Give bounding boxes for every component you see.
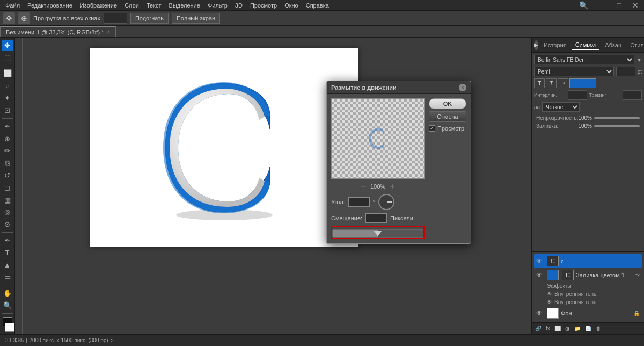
canvas-area: Размытие в движении × bbox=[15, 38, 531, 334]
font-name-select[interactable]: Berlin Sans FB Demi bbox=[534, 55, 634, 64]
layer-style-icon[interactable]: fx bbox=[546, 326, 550, 331]
text-color-swatch[interactable] bbox=[569, 78, 596, 88]
artboard-tool[interactable]: ⬚ bbox=[2, 52, 13, 63]
menu-item-text[interactable]: Текст bbox=[143, 1, 165, 10]
offset-input[interactable]: 264 bbox=[365, 213, 387, 223]
clone-tool[interactable]: ⎘ bbox=[2, 157, 13, 169]
zoom-tool[interactable]: 🔍 bbox=[2, 300, 13, 311]
effects-text: Эффекты bbox=[547, 283, 571, 289]
menu-item-edit[interactable]: Редактирование bbox=[24, 1, 76, 10]
eye-icon-c[interactable]: 👁 bbox=[536, 257, 545, 265]
italic-button[interactable]: T bbox=[546, 78, 557, 88]
dialog-close-button[interactable]: × bbox=[459, 84, 466, 91]
preview-checkbox[interactable]: Просмотр bbox=[429, 125, 466, 132]
healing-brush-tool[interactable]: ⊕ bbox=[2, 133, 13, 145]
background-color[interactable] bbox=[5, 323, 14, 332]
crop-tool[interactable]: ⊡ bbox=[2, 105, 13, 116]
link-layers-icon[interactable]: 🔗 bbox=[535, 326, 541, 331]
angle-dial[interactable] bbox=[378, 194, 394, 210]
fullscreen-button[interactable]: Полный экран bbox=[172, 13, 220, 24]
bold-button[interactable]: T bbox=[534, 78, 545, 88]
layer-mask-icon[interactable]: ⬜ bbox=[554, 326, 561, 331]
document-tab[interactable]: Без имени-1 @ 33,3% (C, RGB/8#) * × bbox=[0, 26, 116, 37]
aa-select[interactable]: Четкое bbox=[542, 102, 580, 112]
menu-item-window[interactable]: Окно bbox=[281, 1, 302, 10]
eye-icon-fill[interactable]: 👁 bbox=[536, 271, 545, 279]
layer-thumb-fill2: C bbox=[562, 270, 574, 280]
tab-close-button[interactable]: × bbox=[107, 29, 110, 35]
zoom-input[interactable]: 100% bbox=[104, 13, 127, 24]
tab-symbol[interactable]: Символ bbox=[572, 40, 600, 50]
new-layer-icon[interactable]: 📄 bbox=[585, 326, 591, 331]
status-arrow[interactable]: > bbox=[111, 337, 114, 343]
font-style-select[interactable]: Pemi bbox=[534, 67, 614, 76]
layer-name-fill: Заливка цветом 1 bbox=[576, 272, 633, 278]
eye-icon-bg[interactable]: 👁 bbox=[536, 309, 545, 317]
shape-tool[interactable]: ▭ bbox=[2, 271, 13, 283]
font-size-input[interactable]: 764 bbox=[616, 67, 635, 76]
brush-tool[interactable]: ✏ bbox=[2, 145, 13, 156]
move-tool[interactable]: ✥ bbox=[2, 40, 13, 51]
lasso-tool[interactable]: ⌕ bbox=[2, 80, 13, 91]
adjustment-layer-icon[interactable]: ◑ bbox=[565, 326, 570, 331]
fill-bar[interactable] bbox=[594, 125, 640, 127]
eye-inner-shadow-2[interactable]: 👁 bbox=[547, 299, 552, 305]
menu-item-layers[interactable]: Слои bbox=[121, 1, 142, 10]
search-icon[interactable]: 🔍 bbox=[576, 0, 591, 11]
ok-button[interactable]: OK bbox=[429, 98, 466, 109]
menu-item-view[interactable]: Просмотр bbox=[247, 1, 280, 10]
superscript-button[interactable]: T¹ bbox=[558, 78, 568, 88]
slider-thumb bbox=[374, 231, 382, 236]
fit-button[interactable]: Подогнать bbox=[130, 13, 169, 24]
tab-history[interactable]: История bbox=[540, 41, 570, 49]
menu-item-image[interactable]: Изображение bbox=[77, 1, 120, 10]
blur-tool[interactable]: ◎ bbox=[2, 206, 13, 218]
tab-styles[interactable]: Стили bbox=[627, 41, 644, 49]
delete-layer-icon[interactable]: 🗑 bbox=[596, 326, 601, 331]
layer-row-bg[interactable]: 👁 Фон 🔒 bbox=[534, 306, 642, 320]
menu-item-help[interactable]: Справка bbox=[303, 1, 332, 10]
eraser-tool[interactable]: ◻ bbox=[2, 182, 13, 193]
leading-input[interactable]: Авто bbox=[568, 90, 587, 100]
maximize-button[interactable]: □ bbox=[614, 0, 625, 11]
menu-item-3d[interactable]: 3D bbox=[232, 1, 246, 10]
hand-tool[interactable]: ✋ bbox=[2, 287, 13, 299]
close-button[interactable]: ✕ bbox=[629, 0, 642, 11]
group-layers-icon[interactable]: 📁 bbox=[574, 326, 581, 331]
text-format-row: T T T¹ bbox=[534, 78, 642, 88]
quick-select-tool[interactable]: ✦ bbox=[2, 92, 13, 104]
marquee-tool[interactable]: ⬜ bbox=[2, 68, 13, 80]
text-tool[interactable]: T bbox=[2, 247, 13, 258]
panel-play-button[interactable]: ▶ bbox=[534, 40, 538, 50]
layer-row-fill[interactable]: 👁 C Заливка цветом 1 fx bbox=[534, 268, 642, 282]
tracking-input[interactable]: 0 bbox=[623, 90, 642, 100]
path-select-tool[interactable]: ▲ bbox=[2, 260, 13, 271]
minimize-button[interactable]: — bbox=[596, 0, 610, 11]
layer-name-c: c bbox=[561, 258, 640, 264]
opacity-label: Непрозрачность: bbox=[536, 115, 574, 121]
offset-slider[interactable] bbox=[332, 229, 423, 238]
preview-check[interactable] bbox=[429, 125, 435, 132]
eyedropper-tool[interactable]: ✒ bbox=[2, 121, 13, 132]
move-tool-icon[interactable]: ✥ bbox=[3, 12, 15, 24]
dialog-zoom-bar: − 100% + bbox=[331, 182, 425, 191]
zoom-in-button[interactable]: + bbox=[390, 182, 394, 191]
status-separator: | bbox=[26, 337, 27, 343]
history-brush-tool[interactable]: ↺ bbox=[2, 170, 13, 181]
angle-input[interactable]: 0 bbox=[348, 197, 370, 207]
pen-tool[interactable]: ✒ bbox=[2, 235, 13, 246]
tab-paragraph[interactable]: Абзац bbox=[602, 41, 625, 49]
options-bar: ✥ ⊕ Прокрутка во всех окнах 100% Подогна… bbox=[0, 11, 644, 26]
menu-item-select[interactable]: Выделение bbox=[166, 1, 203, 10]
menu-item-file[interactable]: Файл bbox=[2, 1, 23, 10]
dodge-tool[interactable]: ⊙ bbox=[2, 219, 13, 230]
layer-row-c[interactable]: 👁 C c bbox=[534, 254, 642, 268]
cancel-button[interactable]: Отмена bbox=[429, 111, 466, 122]
auto-select-icon[interactable]: ⊕ bbox=[18, 12, 30, 24]
eye-inner-shadow-1[interactable]: 👁 bbox=[547, 291, 552, 297]
gradient-tool[interactable]: ▦ bbox=[2, 194, 13, 206]
inner-shadow-2-label: Внутренняя тень bbox=[554, 299, 596, 305]
zoom-out-button[interactable]: − bbox=[361, 182, 366, 191]
opacity-bar[interactable] bbox=[594, 117, 640, 119]
menu-item-filter[interactable]: Фильтр bbox=[204, 1, 231, 10]
